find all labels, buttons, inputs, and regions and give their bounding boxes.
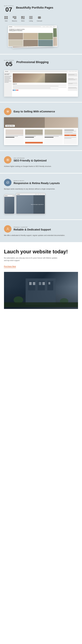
responsive-title-group: MOBILE READY Responsive & Retina Ready L… — [14, 180, 60, 185]
side-line — [64, 132, 73, 132]
tablet-nav — [35, 194, 44, 194]
grid-layout-item[interactable]: Grid — [4, 16, 8, 22]
product-name-line — [25, 135, 43, 136]
svg-rect-37 — [49, 282, 50, 284]
side-block-line — [68, 84, 73, 84]
blog-preview-header: baroque — [4, 70, 78, 72]
phone-logo: baroque — [5, 195, 8, 196]
purchase-now-button[interactable]: Purchase Now — [4, 266, 16, 268]
support-title: Reliable & Dedicated Support — [14, 228, 51, 231]
side-block-line — [68, 88, 77, 88]
blog-nav-item — [69, 71, 71, 72]
side-line — [64, 137, 76, 138]
text-line — [13, 88, 58, 89]
listing-layout-item[interactable]: Listing — [29, 16, 33, 22]
carousel-icon — [37, 16, 42, 20]
svg-rect-16 — [38, 16, 41, 19]
svg-rect-6 — [14, 18, 15, 19]
sidebar-line — [5, 81, 12, 82]
portfolio-badge-num: 07 — [4, 6, 14, 12]
phone-screen: baroque — [4, 195, 14, 214]
masonry-layout-item[interactable]: Masonry — [12, 16, 17, 22]
nav-item — [53, 26, 56, 27]
img-cell — [8, 40, 23, 46]
cta-building-image — [4, 272, 78, 309]
masonry-label: Masonry — [12, 20, 17, 22]
side-line — [64, 138, 71, 138]
svg-rect-0 — [4, 16, 6, 18]
svg-rect-33 — [29, 282, 32, 285]
svg-rect-7 — [15, 16, 16, 19]
img-cell — [38, 33, 53, 40]
sidebar-line — [5, 78, 11, 79]
device-phone: baroque — [4, 194, 15, 214]
product-price-line — [25, 137, 34, 138]
section-seo: SEO OPTIMIZED SEO Friendly & Optimized A… — [0, 151, 82, 173]
responsive-header: MOBILE READY Responsive & Retina Ready L… — [4, 179, 78, 186]
phone-header: baroque — [4, 195, 14, 197]
blog-main: Island #4 — [12, 72, 67, 97]
svg-point-25 — [8, 183, 8, 183]
ecommerce-title: Easy to Selling With eCommerce — [14, 110, 55, 113]
ecommerce-icon-circle — [4, 108, 12, 115]
responsive-devices: baroque baroque — [4, 193, 78, 214]
blog-social-icons — [13, 90, 67, 91]
svg-point-21 — [8, 112, 8, 112]
svg-rect-18 — [41, 17, 41, 18]
social-dot — [13, 90, 14, 91]
blogging-title: Profressional Blogging — [16, 60, 49, 64]
preview-header-front: baroque — [8, 26, 53, 28]
side-block-line — [68, 74, 77, 74]
img-cell — [38, 40, 53, 46]
product-image — [45, 130, 62, 135]
svg-rect-8 — [21, 16, 23, 18]
cart-icon — [6, 110, 10, 113]
support-description: We offer a dedicated & friendly support,… — [4, 234, 68, 237]
product-card — [5, 129, 24, 144]
portfolio-header: MAIN LAYOUTS 07 Beautifully Portfolio Pa… — [4, 5, 78, 12]
product-desc-line — [25, 136, 36, 136]
text-line — [13, 85, 67, 86]
order-now-button[interactable] — [25, 142, 43, 144]
metro-layout-item[interactable]: Metro — [21, 16, 25, 22]
svg-rect-1 — [6, 16, 8, 18]
listing-label: Listing — [29, 20, 33, 22]
portfolio-preview-front: baroque Architecture is a visual art, an… — [8, 26, 53, 47]
preview-brand: baroque — [9, 26, 12, 27]
blog-nav-item — [72, 71, 74, 72]
side-block-line — [68, 74, 74, 75]
carousel-layout-item[interactable]: Carousel — [37, 16, 42, 22]
svg-rect-35 — [39, 282, 41, 285]
blog-text — [13, 85, 67, 89]
building-illustration — [4, 272, 78, 309]
tablet-logo: baroque — [17, 194, 20, 195]
product-name-line — [6, 135, 23, 136]
svg-rect-40 — [4, 302, 78, 307]
product-card — [44, 129, 63, 144]
svg-rect-13 — [29, 16, 33, 17]
hamburger-line — [13, 196, 14, 196]
ecom-side-panel: $55.00 — [64, 129, 77, 144]
preview-body: Architecture is a visual art, and the bu… — [8, 28, 53, 47]
carousel-label: Carousel — [37, 20, 42, 22]
img-cell — [23, 33, 38, 40]
seo-title: SEO Friendly & Optimized — [14, 159, 47, 162]
svg-rect-12 — [23, 18, 25, 19]
layout-icons-row: Grid Masonry — [4, 16, 78, 22]
cta-title: Lauch your website today! — [4, 249, 78, 255]
nav-item — [50, 26, 52, 27]
phone-hero-image — [4, 197, 14, 214]
portfolio-previews: baroque Architecture is a visual art, an… — [4, 25, 78, 49]
svg-rect-14 — [29, 17, 33, 18]
tablet-hero-text: House Rectangle In Agou like me — [31, 204, 44, 205]
product-price-line — [6, 137, 14, 138]
preview-nav — [43, 26, 52, 27]
blog-nav — [69, 71, 77, 72]
device-tablet: baroque House Rectangle In Agou like me — [16, 193, 45, 214]
blog-sidebar-right — [67, 72, 78, 97]
social-dot — [16, 90, 17, 91]
side-block-line — [68, 80, 75, 80]
preview-bar — [14, 26, 41, 27]
tablet-header: baroque — [16, 193, 45, 195]
phone-hamburger — [13, 195, 14, 196]
